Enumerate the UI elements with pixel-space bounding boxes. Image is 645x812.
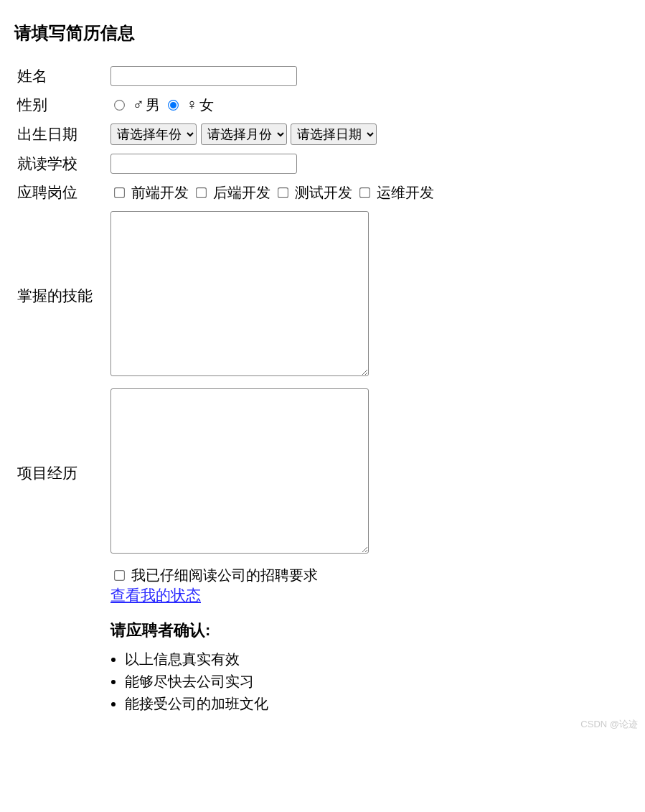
gender-label: 性别 xyxy=(14,90,108,119)
confirm-title: 请应聘者确认: xyxy=(110,620,434,641)
gender-male-radio[interactable] xyxy=(114,100,125,111)
list-item: 以上信息真实有效 xyxy=(125,650,434,669)
position-checkbox-1[interactable] xyxy=(196,187,207,198)
list-item: 能接受公司的加班文化 xyxy=(125,694,434,714)
birth-month-select[interactable]: 请选择月份 xyxy=(201,123,287,145)
school-label: 就读学校 xyxy=(14,149,108,178)
name-input[interactable] xyxy=(110,66,297,86)
female-icon: ♀ xyxy=(186,95,198,113)
projects-label: 项目经历 xyxy=(14,384,108,561)
position-option-2: 测试开发 xyxy=(295,185,352,200)
position-checkbox-3[interactable] xyxy=(359,187,370,198)
page-title: 请填写简历信息 xyxy=(14,22,631,45)
skills-textarea[interactable] xyxy=(110,211,369,376)
confirm-list: 以上信息真实有效 能够尽快去公司实习 能接受公司的加班文化 xyxy=(125,650,434,714)
male-icon: ♂ xyxy=(133,95,145,113)
gender-female-label: 女 xyxy=(199,97,214,113)
projects-textarea[interactable] xyxy=(110,388,369,554)
position-option-3: 运维开发 xyxy=(377,185,434,200)
list-item: 能够尽快去公司实习 xyxy=(125,672,434,691)
agree-label: 我已仔细阅读公司的招聘要求 xyxy=(131,567,318,583)
position-option-1: 后端开发 xyxy=(213,185,270,200)
gender-male-label: 男 xyxy=(146,97,160,113)
position-options: 前端开发 后端开发 测试开发 运维开发 xyxy=(108,178,437,207)
birth-day-select[interactable]: 请选择日期 xyxy=(291,123,377,145)
position-checkbox-2[interactable] xyxy=(278,187,288,198)
school-input[interactable] xyxy=(110,154,297,174)
birth-year-select[interactable]: 请选择年份 xyxy=(110,123,197,145)
position-option-0: 前端开发 xyxy=(131,185,189,200)
agree-checkbox[interactable] xyxy=(114,570,125,581)
position-label: 应聘岗位 xyxy=(14,178,108,207)
resume-form: 姓名 性别 ♂男 ♀女 出生日期 请选择年份 请选择月份 请选择日期 就读学校 … xyxy=(14,62,437,721)
status-link[interactable]: 查看我的状态 xyxy=(110,587,201,603)
watermark: CSDN @论迹 xyxy=(580,718,638,731)
skills-label: 掌握的技能 xyxy=(14,207,108,384)
position-checkbox-0[interactable] xyxy=(114,187,125,198)
birth-label: 出生日期 xyxy=(14,119,108,149)
name-label: 姓名 xyxy=(14,62,108,90)
gender-female-radio[interactable] xyxy=(168,100,179,111)
